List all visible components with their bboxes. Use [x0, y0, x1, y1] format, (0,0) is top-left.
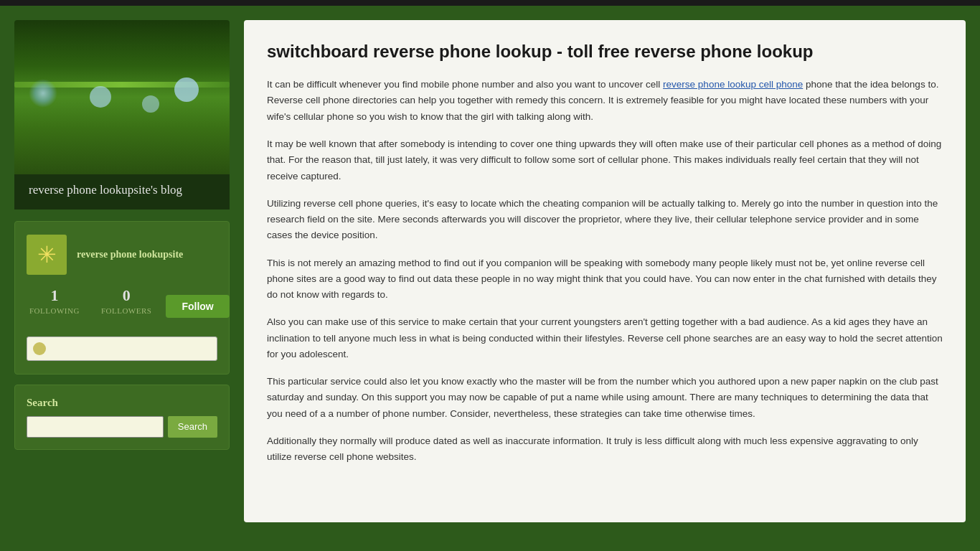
- avatar: ✳: [27, 235, 67, 275]
- paragraph-1: It can be difficult whenever you find mo…: [267, 77, 943, 125]
- reverse-phone-link[interactable]: reverse phone lookup cell phone: [663, 79, 803, 90]
- profile-username: reverse phone lookupsite: [77, 249, 183, 260]
- followers-label: FOLLOWERS: [101, 306, 152, 315]
- stats-row: 1 FOLLOWING 0 FOLLOWERS: [27, 286, 151, 316]
- profile-row: ✳ reverse phone lookupsite: [27, 235, 217, 275]
- search-title: Search: [27, 397, 217, 409]
- para1-text-before: It can be difficult whenever you find mo…: [267, 79, 663, 90]
- profile-text-input[interactable]: [27, 336, 217, 361]
- blog-title: reverse phone lookupsite's blog: [29, 182, 215, 199]
- paragraph-5: Also you can make use of this service to…: [267, 314, 943, 362]
- following-stat: 1 FOLLOWING: [29, 286, 80, 316]
- search-section: Search Search: [14, 385, 230, 450]
- main-content: switchboard reverse phone lookup - toll …: [244, 20, 966, 522]
- paragraph-6: This particular service could also let y…: [267, 374, 943, 422]
- following-label: FOLLOWING: [29, 306, 80, 315]
- avatar-icon: ✳: [37, 243, 57, 266]
- search-input[interactable]: [27, 416, 164, 438]
- paragraph-7: Additionally they normally will produce …: [267, 433, 943, 466]
- followers-count: 0: [101, 286, 152, 305]
- blog-header-image: [14, 20, 230, 174]
- sidebar: reverse phone lookupsite's blog ✳ revers…: [14, 20, 230, 522]
- post-title: switchboard reverse phone lookup - toll …: [267, 40, 943, 62]
- paragraph-2: It may be well known that after somebody…: [267, 136, 943, 184]
- text-input-dot: [33, 342, 46, 355]
- paragraph-4: This is not merely an amazing method to …: [267, 255, 943, 303]
- post-body: It can be difficult whenever you find mo…: [267, 77, 943, 465]
- followers-stat: 0 FOLLOWERS: [101, 286, 152, 316]
- paragraph-3: Utilizing reverse cell phone queries, it…: [267, 196, 943, 244]
- profile-section: ✳ reverse phone lookupsite 1 FOLLOWING 0…: [14, 221, 230, 375]
- stats-follow-row: 1 FOLLOWING 0 FOLLOWERS Follow: [27, 286, 217, 326]
- search-row: Search: [27, 416, 217, 438]
- search-button[interactable]: Search: [168, 416, 217, 438]
- top-bar: [0, 0, 980, 6]
- following-count: 1: [29, 286, 80, 305]
- profile-text-input-row: [27, 336, 217, 361]
- follow-button[interactable]: Follow: [166, 295, 229, 318]
- blog-title-box: reverse phone lookupsite's blog: [14, 171, 230, 209]
- page-wrapper: reverse phone lookupsite's blog ✳ revers…: [0, 6, 980, 537]
